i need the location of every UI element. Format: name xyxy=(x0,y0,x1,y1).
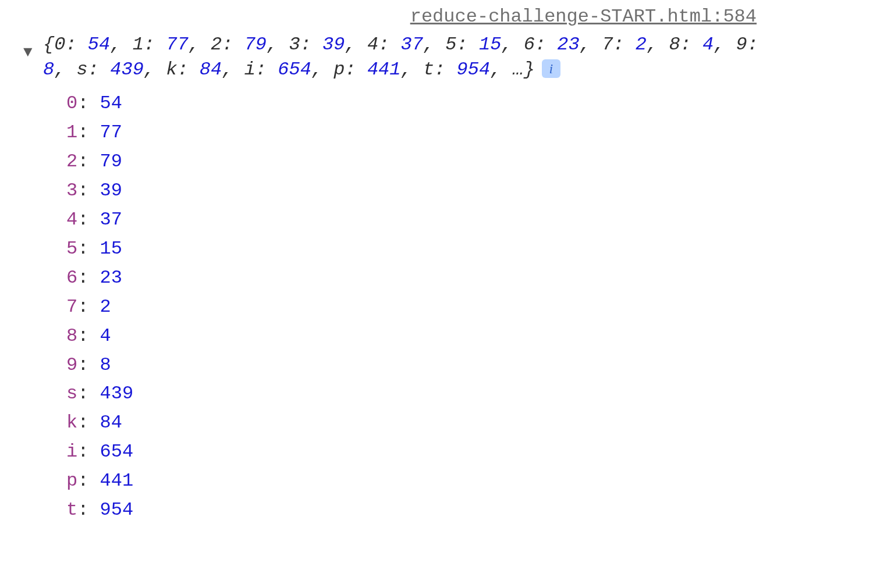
object-entry[interactable]: 8: 4 xyxy=(66,322,850,351)
info-badge-icon[interactable]: i xyxy=(542,59,560,78)
entry-colon: : xyxy=(77,238,100,259)
entry-value: 54 xyxy=(100,92,122,114)
entry-colon: : xyxy=(77,180,100,201)
entry-key: 0 xyxy=(66,92,77,114)
entry-value: 84 xyxy=(100,412,122,433)
entry-key: 9 xyxy=(66,354,77,376)
object-entry[interactable]: 7: 2 xyxy=(66,293,850,322)
entry-key: i xyxy=(66,441,77,462)
entry-colon: : xyxy=(77,325,100,347)
object-entry[interactable]: 3: 39 xyxy=(66,176,850,205)
entry-colon: : xyxy=(77,412,100,433)
entry-key: 8 xyxy=(66,325,77,347)
entry-value: 39 xyxy=(100,180,122,201)
entry-key: p xyxy=(66,470,77,491)
entry-key: s xyxy=(66,383,77,404)
entry-value: 4 xyxy=(100,325,111,347)
entry-value: 654 xyxy=(100,441,134,462)
entry-value: 79 xyxy=(100,151,122,172)
entry-colon: : xyxy=(77,296,100,318)
entry-key: 2 xyxy=(66,151,77,172)
entry-colon: : xyxy=(77,267,100,288)
object-entry[interactable]: 5: 15 xyxy=(66,234,850,263)
entry-colon: : xyxy=(77,354,100,376)
source-link[interactable]: reduce-challenge-START.html:584 xyxy=(23,6,850,27)
entry-value: 439 xyxy=(100,383,134,404)
object-entry[interactable]: 1: 77 xyxy=(66,118,850,147)
entry-key: 3 xyxy=(66,180,77,201)
entry-colon: : xyxy=(77,151,100,172)
object-entry[interactable]: 6: 23 xyxy=(66,263,850,293)
entry-value: 2 xyxy=(100,296,111,318)
entry-value: 77 xyxy=(100,122,122,143)
expand-triangle-icon[interactable]: ▼ xyxy=(23,44,37,61)
object-entry[interactable]: t: 954 xyxy=(66,496,850,525)
entry-value: 15 xyxy=(100,238,122,259)
entry-value: 37 xyxy=(100,209,122,230)
object-entry[interactable]: p: 441 xyxy=(66,466,850,496)
entry-colon: : xyxy=(77,92,100,114)
object-entry[interactable]: 0: 54 xyxy=(66,89,850,118)
entry-key: k xyxy=(66,412,77,433)
object-entry[interactable]: 4: 37 xyxy=(66,205,850,234)
entry-key: 5 xyxy=(66,238,77,259)
entry-value: 954 xyxy=(100,499,134,521)
object-summary[interactable]: {0: 54, 1: 77, 2: 79, 3: 39, 4: 37, 5: 1… xyxy=(43,32,788,82)
entry-colon: : xyxy=(77,441,100,462)
entry-value: 8 xyxy=(100,354,111,376)
entry-key: 1 xyxy=(66,122,77,143)
entry-colon: : xyxy=(77,383,100,404)
entry-colon: : xyxy=(77,209,100,230)
object-entry[interactable]: 9: 8 xyxy=(66,351,850,380)
entry-colon: : xyxy=(77,499,100,521)
entry-colon: : xyxy=(77,470,100,491)
object-entries: 0: 541: 772: 793: 394: 375: 156: 237: 28… xyxy=(66,89,850,525)
entry-value: 441 xyxy=(100,470,134,491)
object-entry[interactable]: s: 439 xyxy=(66,379,850,408)
entry-key: 7 xyxy=(66,296,77,318)
entry-key: 4 xyxy=(66,209,77,230)
entry-colon: : xyxy=(77,122,100,143)
entry-value: 23 xyxy=(100,267,122,288)
object-entry[interactable]: 2: 79 xyxy=(66,147,850,176)
entry-key: 6 xyxy=(66,267,77,288)
object-entry[interactable]: k: 84 xyxy=(66,408,850,437)
entry-key: t xyxy=(66,499,77,521)
object-entry[interactable]: i: 654 xyxy=(66,437,850,466)
object-summary-row: ▼ {0: 54, 1: 77, 2: 79, 3: 39, 4: 37, 5:… xyxy=(23,32,850,82)
